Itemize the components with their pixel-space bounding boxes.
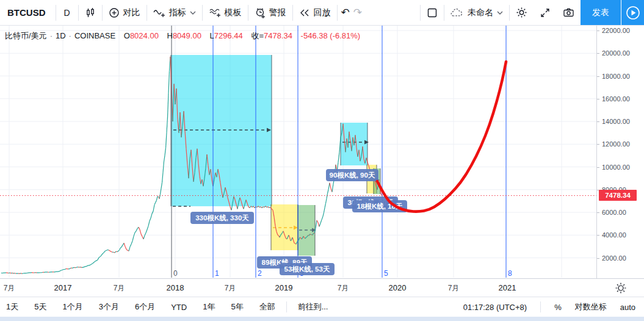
measure-2018-bear xyxy=(171,55,272,206)
divider xyxy=(286,301,287,312)
low-label: L xyxy=(210,31,214,40)
time-axis-label: 7月 xyxy=(338,283,349,294)
range-button-6个月[interactable]: 6个月 xyxy=(135,301,155,312)
fullscreen-icon xyxy=(540,7,551,18)
symbol-legend: 比特币/美元·1D·COINBASE O8024.00 H8049.00 L72… xyxy=(5,31,360,41)
log-scale-button[interactable]: 对数坐标 xyxy=(575,301,607,312)
price-axis[interactable]: 22000.0020000.0018000.0016000.0014000.00… xyxy=(597,26,644,278)
tradingview-app: BTCUSD D 对比 指标 xyxy=(0,0,644,321)
chevron-down-icon xyxy=(497,11,503,15)
price-tick-label: 22000.00 xyxy=(602,27,630,34)
clock[interactable]: 01:17:28 (UTC+8) xyxy=(463,303,527,312)
replay-label: 回放 xyxy=(314,7,331,18)
time-axis-label: 2020 xyxy=(389,283,407,292)
legend-exchange: COINBASE xyxy=(74,31,115,40)
symbol-button[interactable]: BTCUSD xyxy=(0,0,56,25)
templates-icon xyxy=(209,7,221,18)
fullscreen-button[interactable] xyxy=(534,0,557,25)
layout-name-button[interactable]: 未命名 xyxy=(444,0,509,25)
auto-scale-button[interactable]: auto xyxy=(620,303,635,312)
indicators-icon xyxy=(153,7,165,18)
interval-button[interactable]: D xyxy=(56,0,78,25)
time-axis-label: 2018 xyxy=(167,283,184,292)
svg-text:5: 5 xyxy=(384,269,388,278)
change-value: -546.38 (-6.81%) xyxy=(301,31,361,40)
gear-icon xyxy=(516,7,527,18)
symbol-label: BTCUSD xyxy=(7,7,46,18)
divider xyxy=(540,301,541,312)
indicators-button[interactable]: 指标 xyxy=(147,0,202,25)
publish-label: 发表 xyxy=(592,7,609,18)
price-tick-label: 10000.00 xyxy=(602,164,630,171)
range-button-全部[interactable]: 全部 xyxy=(259,301,275,312)
range-button-1天[interactable]: 1天 xyxy=(6,301,18,312)
projection-curve-drawing[interactable] xyxy=(377,62,506,212)
publish-button[interactable]: 发表 xyxy=(581,0,621,25)
compare-button[interactable]: 对比 xyxy=(103,0,147,25)
replay-button[interactable]: 回放 xyxy=(293,0,337,25)
high-label: H xyxy=(167,31,173,40)
low-value: 7296.44 xyxy=(214,31,243,40)
time-axis-label: 2019 xyxy=(275,283,293,292)
play-circle-icon xyxy=(625,5,641,21)
price-tick-label: 12000.00 xyxy=(602,140,630,148)
templates-label: 模板 xyxy=(225,7,242,18)
templates-button[interactable]: 模板 xyxy=(203,0,248,25)
candlestick-icon xyxy=(85,7,96,18)
close-label: 收= xyxy=(251,31,264,40)
alarm-clock-icon xyxy=(255,7,266,18)
redo-button[interactable]: ↷ xyxy=(353,0,366,25)
percent-scale-button[interactable]: % xyxy=(554,303,562,312)
alert-button[interactable]: 警报 xyxy=(248,0,292,25)
price-tick xyxy=(597,258,599,259)
price-tick xyxy=(597,167,599,168)
price-tick-label: 4000.00 xyxy=(602,231,626,239)
snapshot-button[interactable] xyxy=(557,0,581,25)
range-button-5年[interactable]: 5年 xyxy=(231,301,243,312)
time-axis-label: 7月 xyxy=(4,283,15,294)
replay-icon xyxy=(299,8,310,18)
goto-date-button[interactable]: 前往到... xyxy=(298,301,328,312)
price-chart[interactable]: 012358330根K线, 330天89根K线, 89天53根K线, 53天90… xyxy=(0,26,596,278)
open-label: O xyxy=(124,31,130,40)
svg-text:330根K线, 330天: 330根K线, 330天 xyxy=(195,214,249,222)
time-axis-label: 2021 xyxy=(499,283,516,292)
price-tick xyxy=(597,76,599,77)
price-tick xyxy=(597,144,599,145)
settings-button[interactable] xyxy=(510,0,534,25)
price-tick-label: 20000.00 xyxy=(602,49,630,57)
toolbar-spacer xyxy=(366,0,420,25)
top-toolbar: BTCUSD D 对比 指标 xyxy=(0,0,644,26)
price-tick xyxy=(597,121,599,122)
chart-pane: 012358330根K线, 330天89根K线, 89天53根K线, 53天90… xyxy=(0,26,596,278)
range-button-YTD[interactable]: YTD xyxy=(171,303,187,312)
time-axis-label: 2017 xyxy=(54,283,72,292)
price-tick xyxy=(597,53,599,54)
open-value: 8024.00 xyxy=(130,31,159,40)
legend-sep: · xyxy=(69,31,71,40)
range-button-1个月[interactable]: 1个月 xyxy=(62,301,82,312)
publish-play-button[interactable] xyxy=(621,0,644,25)
range-button-3个月[interactable]: 3个月 xyxy=(99,301,119,312)
chart-style-button[interactable] xyxy=(79,0,102,25)
time-axis-label: 7月 xyxy=(448,283,460,294)
svg-text:2: 2 xyxy=(258,269,262,278)
theme-sun-icon[interactable] xyxy=(615,282,627,297)
undo-button[interactable]: ↶ xyxy=(338,0,353,25)
layout-button[interactable] xyxy=(421,0,444,25)
svg-text:8: 8 xyxy=(508,269,512,278)
price-tick xyxy=(597,212,599,213)
range-button-1年[interactable]: 1年 xyxy=(203,301,215,312)
price-tick-label: 2000.00 xyxy=(602,254,626,262)
bottom-toolbar: 1天5天1个月3个月6个月YTD1年5年全部 前往到... 01:17:28 (… xyxy=(0,297,644,317)
price-tick-label: 18000.00 xyxy=(602,73,630,80)
time-axis[interactable]: 7月20177月20187月20197月20207月2021 xyxy=(0,278,644,297)
interval-label: D xyxy=(63,8,70,18)
range-buttons: 1天5天1个月3个月6个月YTD1年5年全部 xyxy=(0,301,275,312)
range-button-5天[interactable]: 5天 xyxy=(34,301,46,312)
cloud-icon xyxy=(450,8,464,18)
legend-pair: 比特币/美元 xyxy=(5,31,47,40)
svg-text:1: 1 xyxy=(215,269,219,278)
time-axis-label: 7月 xyxy=(225,283,236,294)
legend-sep: · xyxy=(50,31,52,40)
